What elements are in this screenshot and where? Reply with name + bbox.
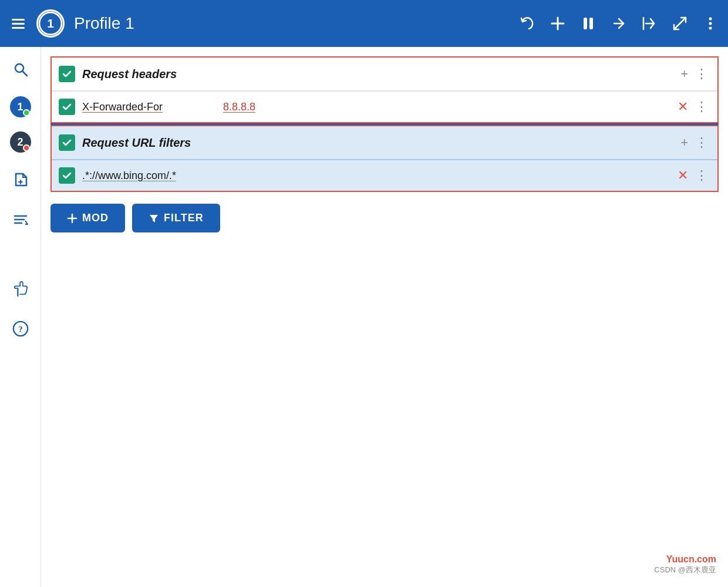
profile-badge[interactable]: 1 — [36, 9, 65, 38]
sidebar-item-help[interactable]: ? — [8, 316, 33, 342]
svg-text:?: ? — [18, 325, 22, 334]
request-headers-more-button[interactable]: ⋮ — [693, 66, 710, 82]
menu-icon[interactable] — [9, 16, 27, 31]
sidebar-item-thumbsup[interactable] — [8, 276, 33, 302]
content-area: Request headers + ⋮ X-Forwarded-For 8.8.… — [41, 47, 728, 587]
main-layout: 1 2 — [0, 47, 728, 587]
row-delete-button[interactable]: ✕ — [673, 99, 693, 114]
request-url-filters-section-header: Request URL filters + ⋮ — [52, 126, 717, 160]
action-buttons: MOD FILTER — [41, 192, 728, 244]
svg-text:1: 1 — [47, 16, 54, 30]
header-title: Profile 1 — [74, 14, 510, 33]
sidebar-item-sort[interactable] — [8, 207, 33, 232]
mod-button[interactable]: MOD — [50, 204, 125, 232]
undo-button[interactable] — [519, 15, 535, 32]
profile1-active-dot — [23, 109, 30, 116]
request-headers-section-header: Request headers + ⋮ — [52, 58, 717, 91]
watermark-author: CSDN @西木鹿亚 — [654, 565, 716, 575]
expand-button[interactable] — [672, 15, 688, 32]
sidebar-item-search[interactable] — [8, 56, 33, 82]
row-value: 8.8.8.8 — [223, 101, 673, 113]
svg-marker-21 — [150, 215, 158, 222]
url-row-key: .*://www.bing.com/.* — [82, 170, 673, 182]
sidebar-profile-2[interactable]: 2 — [10, 131, 31, 153]
table-row: .*://www.bing.com/.* ✕ ⋮ — [52, 160, 717, 191]
pause-button[interactable] — [580, 15, 596, 32]
url-row-checkbox[interactable] — [59, 167, 75, 184]
share-button[interactable] — [611, 15, 627, 32]
request-url-filters-add-button[interactable]: + — [676, 135, 693, 150]
row-more-button[interactable]: ⋮ — [693, 99, 710, 114]
svg-point-8 — [709, 27, 712, 30]
request-headers-checkbox[interactable] — [59, 66, 75, 82]
row-key: X-Forwarded-For — [82, 101, 223, 113]
svg-line-10 — [22, 71, 27, 76]
request-headers-title: Request headers — [82, 68, 676, 81]
sidebar: 1 2 — [0, 47, 41, 587]
sidebar-item-new-file[interactable] — [8, 167, 33, 193]
request-url-filters-title: Request URL filters — [82, 136, 676, 150]
url-row-delete-button[interactable]: ✕ — [673, 168, 693, 183]
svg-point-6 — [709, 18, 712, 21]
table-row: X-Forwarded-For 8.8.8.8 ✕ ⋮ — [52, 91, 717, 122]
watermark: Yuucn.com CSDN @西木鹿亚 — [654, 554, 716, 575]
filter-button[interactable]: FILTER — [132, 204, 220, 232]
header: 1 Profile 1 — [0, 0, 728, 47]
svg-point-7 — [709, 22, 712, 25]
request-headers-add-button[interactable]: + — [676, 66, 693, 82]
svg-rect-4 — [584, 18, 587, 29]
more-button[interactable] — [702, 15, 719, 32]
export-button[interactable] — [641, 15, 658, 32]
header-actions — [519, 15, 719, 32]
add-button[interactable] — [550, 15, 566, 32]
sidebar-profile-1[interactable]: 1 — [10, 96, 31, 117]
request-headers-section: Request headers + ⋮ X-Forwarded-For 8.8.… — [50, 56, 719, 123]
profile2-inactive-dot — [23, 144, 30, 151]
request-url-filters-more-button[interactable]: ⋮ — [693, 135, 710, 150]
request-url-filters-checkbox[interactable] — [59, 134, 75, 151]
url-row-more-button[interactable]: ⋮ — [693, 168, 710, 183]
request-url-filters-section: Request URL filters + ⋮ .*://www.bing.co… — [50, 125, 719, 192]
svg-rect-5 — [589, 18, 593, 29]
row-checkbox[interactable] — [59, 99, 75, 115]
watermark-brand: Yuucn.com — [654, 554, 716, 565]
